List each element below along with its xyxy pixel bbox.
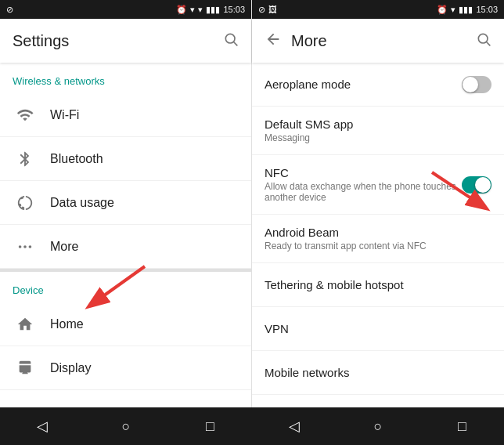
sms-title: Default SMS app <box>265 118 491 131</box>
settings-title: Settings <box>13 32 223 50</box>
sms-subtitle: Messaging <box>265 132 491 143</box>
svg-point-4 <box>29 245 32 248</box>
status-bar-right: ⊘ 🖼 ⏰ ▾ ▮▮▮ 15:03 <box>252 0 504 19</box>
svg-point-2 <box>19 245 22 248</box>
aeroplane-title: Aeroplane mode <box>265 78 462 91</box>
data-usage-item[interactable]: Data usage <box>0 181 251 225</box>
bluetooth-item[interactable]: Bluetooth <box>0 137 251 181</box>
android-beam-subtitle: Ready to transmit app content via NFC <box>265 241 491 251</box>
display-title: Display <box>50 361 239 375</box>
mobile-networks-item[interactable]: Mobile networks <box>252 351 504 395</box>
mobile-networks-title: Mobile networks <box>265 366 491 379</box>
aeroplane-text: Aeroplane mode <box>265 78 462 91</box>
nfc-item[interactable]: NFC Allow data exchange when the phone t… <box>252 155 504 215</box>
svg-point-0 <box>225 34 235 43</box>
sms-text: Default SMS app Messaging <box>265 118 491 143</box>
aeroplane-item[interactable]: Aeroplane mode <box>252 63 504 107</box>
svg-line-8 <box>487 42 491 45</box>
topbar-left: Settings <box>0 19 251 63</box>
search-icon[interactable] <box>223 31 239 51</box>
svg-line-1 <box>234 42 238 45</box>
bluetooth-title: Bluetooth <box>50 152 239 166</box>
wifi-item[interactable]: Wi-Fi <box>0 93 251 137</box>
section-header-device: Device <box>0 272 251 302</box>
svg-point-3 <box>23 245 27 248</box>
back-nav-right[interactable]: ◁ <box>252 418 336 435</box>
android-beam-title: Android Beam <box>265 226 491 239</box>
nfc-text: NFC Allow data exchange when the phone t… <box>265 166 462 203</box>
more-icon <box>13 238 38 255</box>
data-icon <box>13 194 38 212</box>
vpn-item[interactable]: VPN <box>252 307 504 351</box>
right-content: Aeroplane mode Default SMS app Messaging… <box>252 63 504 407</box>
recent-nav-right[interactable]: □ <box>420 418 504 435</box>
more-page-title: More <box>291 32 476 50</box>
display-item[interactable]: Display <box>0 346 251 390</box>
more-item[interactable]: More <box>0 225 251 269</box>
android-beam-text: Android Beam Ready to transmit app conte… <box>265 226 491 251</box>
nfc-title: NFC <box>265 166 462 179</box>
back-nav-left[interactable]: ◁ <box>0 418 84 435</box>
back-nav-icon-left: ◁ <box>37 418 48 435</box>
status-bar-left: ⊘ ⏰ ▾ ▾ ▮▮▮ 15:03 <box>0 0 251 19</box>
screen-left: ⊘ ⏰ ▾ ▾ ▮▮▮ 15:03 Settings Wireles <box>0 0 252 407</box>
nfc-subtitle: Allow data exchange when the phone touch… <box>265 181 462 203</box>
home-nav-icon-left: ○ <box>122 418 131 435</box>
vpn-text: VPN <box>265 322 491 335</box>
section-header-wireless: Wireless & networks <box>0 63 251 93</box>
time-left: 15:03 <box>223 5 245 14</box>
tethering-text: Tethering & mobile hotspot <box>265 278 491 291</box>
status-icons-right-left: ⊘ 🖼 <box>258 5 277 15</box>
data-usage-text: Data usage <box>50 196 239 210</box>
status-right-right: ⏰ ▾ ▮▮▮ 15:03 <box>437 5 498 15</box>
more-title: More <box>50 240 239 254</box>
emergency-item[interactable]: Emergency broadcasts <box>252 395 504 407</box>
recent-nav-icon-left: □ <box>206 418 214 435</box>
tethering-item[interactable]: Tethering & mobile hotspot <box>252 263 504 307</box>
recent-nav-icon-right: □ <box>458 418 466 435</box>
home-nav-right[interactable]: ○ <box>336 418 419 435</box>
home-text: Home <box>50 317 239 331</box>
sms-item[interactable]: Default SMS app Messaging <box>252 107 504 155</box>
android-beam-item[interactable]: Android Beam Ready to transmit app conte… <box>252 215 504 263</box>
status-icons-left: ⊘ <box>6 5 13 15</box>
vpn-title: VPN <box>265 322 491 335</box>
home-nav-icon-right: ○ <box>374 418 383 435</box>
search-icon-right[interactable] <box>476 31 491 51</box>
bottom-nav-pair: ◁ ○ □ ◁ ○ □ <box>0 407 504 445</box>
back-button[interactable] <box>265 31 282 52</box>
aeroplane-toggle[interactable] <box>462 76 491 93</box>
wifi-text: Wi-Fi <box>50 108 239 122</box>
nfc-toggle[interactable] <box>462 176 491 194</box>
wifi-icon <box>13 107 38 124</box>
home-title: Home <box>50 317 239 331</box>
time-right: 15:03 <box>476 5 498 14</box>
mobile-networks-text: Mobile networks <box>265 366 491 379</box>
data-usage-title: Data usage <box>50 196 239 210</box>
display-text: Display <box>50 361 239 375</box>
home-nav-left[interactable]: ○ <box>84 418 167 435</box>
home-item[interactable]: Home <box>0 302 251 346</box>
left-content: Wireless & networks Wi-Fi <box>0 63 251 407</box>
home-icon <box>13 316 38 333</box>
aeroplane-knob <box>463 77 478 92</box>
bluetooth-icon <box>13 150 38 168</box>
back-nav-icon-right: ◁ <box>289 418 300 435</box>
bluetooth-text: Bluetooth <box>50 152 239 166</box>
status-right-left: ⏰ ▾ ▾ ▮▮▮ 15:03 <box>176 5 245 15</box>
svg-point-7 <box>478 34 488 43</box>
recent-nav-left[interactable]: □ <box>168 418 252 435</box>
topbar-right: More <box>252 19 504 63</box>
more-text: More <box>50 240 239 254</box>
bottom-nav-right: ◁ ○ □ <box>252 407 504 445</box>
bottom-nav-left: ◁ ○ □ <box>0 407 252 445</box>
tethering-title: Tethering & mobile hotspot <box>265 278 491 291</box>
display-icon <box>13 360 38 377</box>
nfc-knob <box>475 177 491 193</box>
wifi-title: Wi-Fi <box>50 108 239 122</box>
screen-right: ⊘ 🖼 ⏰ ▾ ▮▮▮ 15:03 More <box>252 0 504 407</box>
